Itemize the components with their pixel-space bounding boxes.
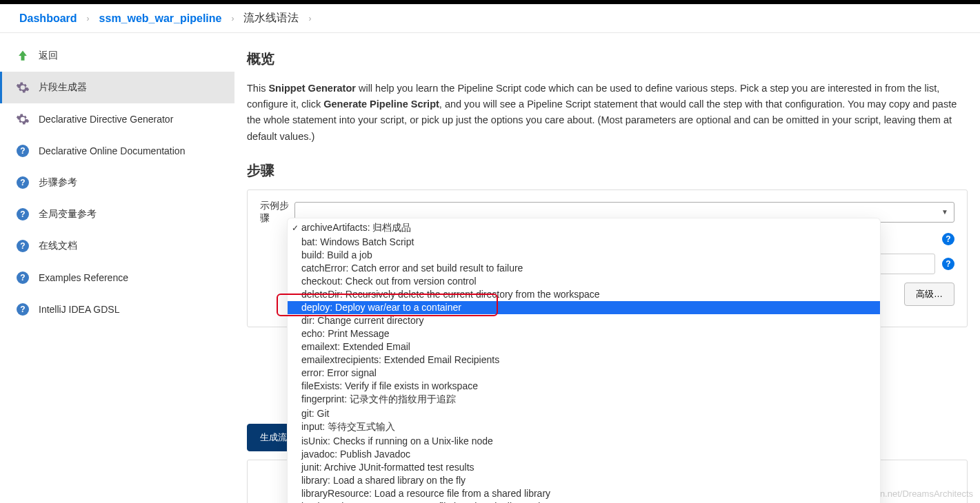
help-icon: ? (15, 270, 30, 285)
dropdown-item-15[interactable]: input: 等待交互式输入 (288, 420, 880, 435)
chevron-right-icon: › (227, 14, 238, 23)
gear-icon (15, 80, 30, 95)
dropdown-item-7[interactable]: dir: Change current directory (288, 314, 880, 327)
sidebar-item-label: Examples Reference (39, 272, 128, 283)
dropdown-item-11[interactable]: error: Error signal (288, 367, 880, 380)
sidebar-item-label: 全局变量参考 (39, 208, 97, 220)
help-icon: ? (15, 302, 30, 317)
svg-text:?: ? (20, 273, 25, 283)
sidebar-item-label: 返回 (39, 50, 58, 62)
help-icon: ? (15, 143, 30, 158)
sidebar-item-3[interactable]: ?Declarative Online Documentation (0, 135, 234, 167)
main-content: 概览 This Snippet Generator will help you … (234, 33, 980, 503)
advanced-button[interactable]: 高级… (904, 283, 954, 306)
help-icon: ? (15, 238, 30, 254)
chevron-down-icon: ▼ (941, 208, 948, 216)
intro-text: This Snippet Generator will help you lea… (247, 81, 968, 145)
dropdown-item-10[interactable]: emailextrecipients: Extended Email Recip… (288, 353, 880, 367)
dropdown-item-6[interactable]: deploy: Deploy war/ear to a container (288, 301, 880, 314)
dropdown-item-1[interactable]: bat: Windows Batch Script (288, 236, 880, 249)
dropdown-item-19[interactable]: library: Load a shared library on the fl… (288, 474, 880, 487)
sidebar-item-5[interactable]: ?全局变量参考 (0, 198, 234, 230)
sidebar-item-1[interactable]: 片段生成器 (0, 72, 234, 103)
dropdown-item-5[interactable]: deleteDir: Recursively delete the curren… (288, 288, 880, 301)
chevron-right-icon: › (304, 14, 315, 23)
help-icon[interactable]: ? (942, 258, 954, 270)
svg-text:?: ? (20, 146, 25, 156)
svg-text:?: ? (20, 241, 25, 251)
sidebar-item-label: 在线文档 (39, 240, 77, 252)
step-dropdown[interactable]: archiveArtifacts: 归档成品bat: Windows Batch… (287, 218, 881, 503)
sidebar-item-8[interactable]: ?IntelliJ IDEA GDSL (0, 294, 234, 325)
sidebar-item-label: 步骤参考 (39, 176, 77, 189)
dropdown-item-14[interactable]: git: Git (288, 407, 880, 420)
dropdown-item-21[interactable]: load: Evaluate a Groovy source file into… (288, 500, 880, 503)
sidebar-item-2[interactable]: Declarative Directive Generator (0, 103, 234, 135)
steps-heading: 步骤 (247, 161, 968, 180)
arrow-up-icon (15, 48, 30, 63)
dropdown-item-2[interactable]: build: Build a job (288, 249, 880, 262)
breadcrumb-dashboard[interactable]: Dashboard (19, 12, 77, 25)
sidebar-item-label: IntelliJ IDEA GDSL (39, 304, 120, 315)
dropdown-item-16[interactable]: isUnix: Checks if running on a Unix-like… (288, 435, 880, 448)
dropdown-item-0[interactable]: archiveArtifacts: 归档成品 (288, 221, 880, 236)
dropdown-item-8[interactable]: echo: Print Message (288, 327, 880, 340)
dropdown-item-4[interactable]: checkout: Check out from version control (288, 275, 880, 288)
dropdown-item-18[interactable]: junit: Archive JUnit-formatted test resu… (288, 461, 880, 474)
breadcrumb-project[interactable]: ssm_web_war_pipeline (99, 12, 222, 25)
help-icon: ? (15, 175, 30, 190)
sidebar-item-0[interactable]: 返回 (0, 40, 234, 72)
dropdown-item-9[interactable]: emailext: Extended Email (288, 340, 880, 353)
svg-text:?: ? (20, 178, 25, 187)
svg-text:?: ? (20, 305, 25, 314)
help-icon: ? (15, 207, 30, 222)
chevron-right-icon: › (83, 14, 94, 23)
sidebar-item-label: Declarative Directive Generator (39, 114, 173, 125)
dropdown-item-20[interactable]: libraryResource: Load a resource file fr… (288, 487, 880, 500)
gear-icon (15, 112, 30, 127)
overview-heading: 概览 (247, 50, 968, 68)
sidebar-item-4[interactable]: ?步骤参考 (0, 167, 234, 198)
form-area: 示例步骤 ▼ ? ? 高级… archiveArtifacts: 归档成品bat… (247, 189, 968, 327)
breadcrumb: Dashboard › ssm_web_war_pipeline › 流水线语法… (0, 4, 980, 33)
breadcrumb-current: 流水线语法 (243, 11, 299, 25)
dropdown-item-17[interactable]: javadoc: Publish Javadoc (288, 448, 880, 461)
svg-text:?: ? (20, 209, 25, 219)
sidebar: 返回片段生成器Declarative Directive Generator?D… (0, 33, 234, 503)
sidebar-item-label: 片段生成器 (39, 81, 87, 94)
help-icon[interactable]: ? (942, 233, 954, 245)
dropdown-item-12[interactable]: fileExists: Verify if file exists in wor… (288, 380, 880, 393)
dropdown-item-13[interactable]: fingerprint: 记录文件的指纹用于追踪 (288, 393, 880, 407)
sidebar-item-label: Declarative Online Documentation (39, 145, 185, 156)
sidebar-item-7[interactable]: ?Examples Reference (0, 262, 234, 294)
dropdown-item-3[interactable]: catchError: Catch error and set build re… (288, 262, 880, 275)
sidebar-item-6[interactable]: ?在线文档 (0, 230, 234, 262)
